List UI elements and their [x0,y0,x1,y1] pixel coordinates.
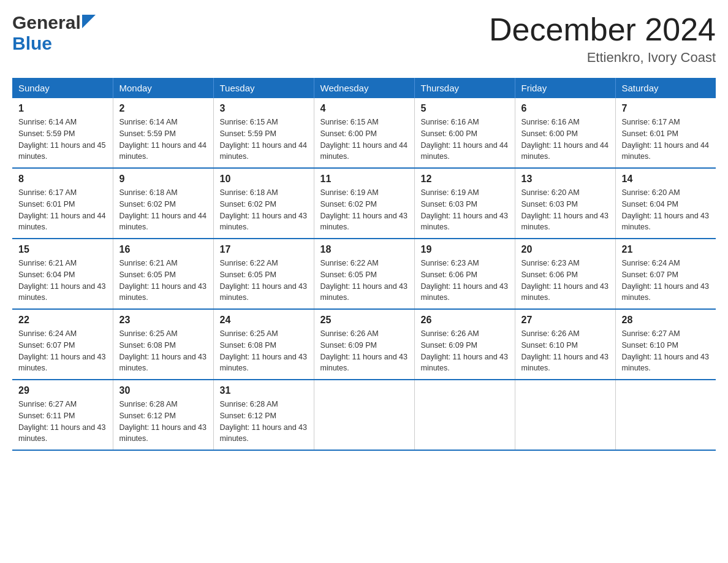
table-row [515,380,615,450]
table-row: 8 Sunrise: 6:17 AM Sunset: 6:01 PM Dayli… [12,168,113,239]
sunset-label: Sunset: 6:07 PM [18,341,75,350]
day-info: Sunrise: 6:22 AM Sunset: 6:05 PM Dayligh… [220,258,308,304]
daylight-label: Daylight: 11 hours and 43 minutes. [220,282,307,302]
daylight-label: Daylight: 11 hours and 45 minutes. [18,141,105,161]
calendar-table: Sunday Monday Tuesday Wednesday Thursday… [12,78,716,451]
sunrise-label: Sunrise: 6:19 AM [320,188,379,197]
sunrise-label: Sunrise: 6:25 AM [220,329,278,338]
daylight-label: Daylight: 11 hours and 44 minutes. [622,141,709,161]
daylight-label: Daylight: 11 hours and 43 minutes. [320,282,408,302]
header-row: Sunday Monday Tuesday Wednesday Thursday… [12,78,716,98]
sunset-label: Sunset: 6:05 PM [320,270,377,279]
table-row: 9 Sunrise: 6:18 AM Sunset: 6:02 PM Dayli… [113,168,213,239]
day-number: 2 [119,103,207,114]
sunset-label: Sunset: 6:12 PM [119,412,176,420]
sunrise-label: Sunrise: 6:24 AM [622,259,680,267]
sunrise-label: Sunrise: 6:16 AM [421,118,479,126]
day-info: Sunrise: 6:19 AM Sunset: 6:02 PM Dayligh… [320,187,408,233]
sunrise-label: Sunrise: 6:22 AM [220,259,278,267]
daylight-label: Daylight: 11 hours and 44 minutes. [521,141,609,161]
table-row: 4 Sunrise: 6:15 AM Sunset: 6:00 PM Dayli… [314,98,414,168]
table-row: 14 Sunrise: 6:20 AM Sunset: 6:04 PM Dayl… [615,168,716,239]
table-row: 18 Sunrise: 6:22 AM Sunset: 6:05 PM Dayl… [314,239,414,309]
table-row: 11 Sunrise: 6:19 AM Sunset: 6:02 PM Dayl… [314,168,414,239]
day-number: 14 [622,174,710,185]
table-row [314,380,414,450]
sunrise-label: Sunrise: 6:15 AM [320,118,379,126]
table-row: 5 Sunrise: 6:16 AM Sunset: 6:00 PM Dayli… [414,98,515,168]
table-row [414,380,515,450]
day-number: 25 [320,315,408,326]
calendar-week-row: 8 Sunrise: 6:17 AM Sunset: 6:01 PM Dayli… [12,168,716,239]
header-wednesday: Wednesday [314,78,414,98]
sunrise-label: Sunrise: 6:16 AM [521,118,580,126]
sunrise-label: Sunrise: 6:22 AM [320,259,379,267]
day-number: 23 [119,315,207,326]
sunset-label: Sunset: 6:02 PM [220,200,276,209]
sunset-label: Sunset: 6:06 PM [521,270,578,279]
table-row: 22 Sunrise: 6:24 AM Sunset: 6:07 PM Dayl… [12,309,113,380]
daylight-label: Daylight: 11 hours and 43 minutes. [421,282,508,302]
logo: General Blue [12,12,96,54]
daylight-label: Daylight: 11 hours and 44 minutes. [18,212,105,232]
day-info: Sunrise: 6:28 AM Sunset: 6:12 PM Dayligh… [220,399,308,445]
daylight-label: Daylight: 11 hours and 43 minutes. [119,282,207,302]
daylight-label: Daylight: 11 hours and 43 minutes. [119,353,207,373]
table-row: 17 Sunrise: 6:22 AM Sunset: 6:05 PM Dayl… [213,239,314,309]
day-number: 26 [421,315,509,326]
daylight-label: Daylight: 11 hours and 43 minutes. [220,423,307,443]
sunset-label: Sunset: 6:02 PM [119,200,176,209]
header-saturday: Saturday [615,78,716,98]
daylight-label: Daylight: 11 hours and 44 minutes. [220,141,307,161]
day-number: 21 [622,244,710,255]
logo-arrow-icon [82,15,96,31]
calendar-week-row: 22 Sunrise: 6:24 AM Sunset: 6:07 PM Dayl… [12,309,716,380]
day-info: Sunrise: 6:26 AM Sunset: 6:09 PM Dayligh… [421,328,509,374]
sunrise-label: Sunrise: 6:21 AM [18,259,77,267]
day-number: 6 [521,103,609,114]
page-header: General Blue December 2024 Ettienkro, Iv… [12,12,716,66]
table-row: 10 Sunrise: 6:18 AM Sunset: 6:02 PM Dayl… [213,168,314,239]
sunset-label: Sunset: 6:11 PM [18,412,75,420]
sunrise-label: Sunrise: 6:28 AM [220,400,278,408]
day-number: 11 [320,174,408,185]
table-row: 2 Sunrise: 6:14 AM Sunset: 5:59 PM Dayli… [113,98,213,168]
day-info: Sunrise: 6:20 AM Sunset: 6:04 PM Dayligh… [622,187,710,233]
table-row: 7 Sunrise: 6:17 AM Sunset: 6:01 PM Dayli… [615,98,716,168]
day-number: 22 [18,315,107,326]
table-row: 20 Sunrise: 6:23 AM Sunset: 6:06 PM Dayl… [515,239,615,309]
day-info: Sunrise: 6:26 AM Sunset: 6:10 PM Dayligh… [521,328,609,374]
sunrise-label: Sunrise: 6:14 AM [119,118,178,126]
day-number: 20 [521,244,609,255]
sunset-label: Sunset: 6:07 PM [622,270,678,279]
day-number: 7 [622,103,710,114]
sunrise-label: Sunrise: 6:19 AM [421,188,479,197]
month-title: December 2024 [489,12,716,47]
daylight-label: Daylight: 11 hours and 44 minutes. [119,141,207,161]
svg-marker-0 [82,15,96,28]
day-info: Sunrise: 6:17 AM Sunset: 6:01 PM Dayligh… [622,117,710,163]
sunset-label: Sunset: 6:01 PM [622,129,678,138]
day-info: Sunrise: 6:20 AM Sunset: 6:03 PM Dayligh… [521,187,609,233]
day-info: Sunrise: 6:24 AM Sunset: 6:07 PM Dayligh… [18,328,107,374]
daylight-label: Daylight: 11 hours and 43 minutes. [18,282,105,302]
calendar-week-row: 29 Sunrise: 6:27 AM Sunset: 6:11 PM Dayl… [12,380,716,450]
sunset-label: Sunset: 6:00 PM [421,129,477,138]
table-row [615,380,716,450]
table-row: 13 Sunrise: 6:20 AM Sunset: 6:03 PM Dayl… [515,168,615,239]
sunrise-label: Sunrise: 6:23 AM [421,259,479,267]
sunset-label: Sunset: 6:04 PM [622,200,678,209]
daylight-label: Daylight: 11 hours and 43 minutes. [119,423,207,443]
day-info: Sunrise: 6:22 AM Sunset: 6:05 PM Dayligh… [320,258,408,304]
day-info: Sunrise: 6:28 AM Sunset: 6:12 PM Dayligh… [119,399,207,445]
table-row: 21 Sunrise: 6:24 AM Sunset: 6:07 PM Dayl… [615,239,716,309]
header-tuesday: Tuesday [213,78,314,98]
sunrise-label: Sunrise: 6:26 AM [320,329,379,338]
day-info: Sunrise: 6:27 AM Sunset: 6:11 PM Dayligh… [18,399,107,445]
table-row: 28 Sunrise: 6:27 AM Sunset: 6:10 PM Dayl… [615,309,716,380]
calendar-header: Sunday Monday Tuesday Wednesday Thursday… [12,78,716,98]
daylight-label: Daylight: 11 hours and 44 minutes. [119,212,207,232]
sunset-label: Sunset: 6:03 PM [521,200,578,209]
daylight-label: Daylight: 11 hours and 43 minutes. [521,282,609,302]
day-number: 4 [320,103,408,114]
